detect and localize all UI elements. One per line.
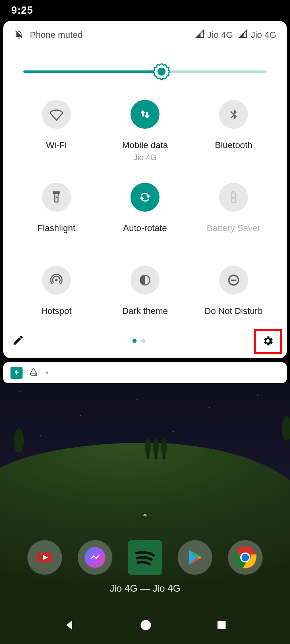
spotify-icon [128,540,162,575]
notification-strip[interactable] [3,362,287,383]
gear-icon [262,335,274,347]
home-screen: Jio 4G — Jio 4G [0,383,290,644]
svg-rect-6 [231,280,236,281]
brightness-thumb[interactable] [153,63,170,80]
youtube-icon [35,547,55,568]
drive-icon [29,367,38,378]
battery-plus-icon[interactable] [219,183,248,212]
wifi-icon[interactable] [42,100,71,129]
more-dot-icon [46,372,48,374]
page-indicator [133,339,145,343]
svg-point-1 [157,68,166,76]
brightness-track-fill [23,70,162,73]
dock-app-youtube[interactable] [27,540,62,575]
status-time: 9:25 [11,4,33,16]
nav-recents-button[interactable] [215,619,228,633]
carrier-label: Jio 4G — Jio 4G [0,583,290,594]
dock-app-chrome[interactable] [228,540,263,575]
usb-icon [10,367,23,379]
tile-flashlight[interactable]: Flashlight [16,183,97,266]
tile-auto-rotate[interactable]: Auto-rotate [105,183,185,266]
chrome-icon [233,545,257,570]
tile-label: Wi-Fi [46,140,66,151]
svg-point-2 [56,196,57,198]
tile-label: Flashlight [37,223,75,233]
quick-settings-panel: Phone muted Jio 4G Jio 4G [3,21,287,358]
data-arrows-icon[interactable] [130,100,160,129]
flashlight-icon[interactable] [42,183,71,212]
bell-off-icon [14,29,24,41]
home-circle-icon [139,618,153,632]
rotate-icon[interactable] [130,183,160,212]
settings-button-highlight [254,329,282,354]
sim1-indicator: Jio 4G [195,29,233,41]
app-drawer-handle[interactable] [140,510,150,521]
edit-button[interactable] [12,334,24,348]
tile-label: Hotspot [41,306,72,316]
dock-app-messenger[interactable] [78,540,112,575]
signal-icon [195,29,204,41]
tile-label: Bluetooth [215,140,253,151]
signal-icon [238,29,247,41]
page-dot-2 [141,339,145,343]
sim2-label: Jio 4G [251,30,276,40]
tile-label: Do Not Disturb [205,306,263,316]
chevron-up-icon [140,510,150,520]
messenger-icon [84,546,106,569]
settings-button[interactable] [262,335,274,349]
back-icon [63,618,77,632]
hotspot-icon[interactable] [42,266,71,295]
tile-wifi[interactable]: Wi-Fi [16,100,97,183]
nav-back-button[interactable] [63,618,77,634]
sim2-indicator: Jio 4G [238,29,276,41]
qs-header-right: Jio 4G Jio 4G [195,29,276,41]
tile-mobile-data[interactable]: Mobile data Jio 4G [105,100,185,183]
tile-battery-saver[interactable]: Battery Saver [193,183,274,266]
dock-app-play-store[interactable] [178,540,212,575]
svg-point-13 [241,554,249,561]
tile-label: Auto-rotate [123,223,167,233]
phone-status-text: Phone muted [30,30,83,40]
quick-settings-tiles: Wi-Fi Mobile data Jio 4G Bluetooth Flash… [12,100,278,349]
page-dot-1 [133,339,137,343]
play-store-icon [185,547,205,568]
nav-home-button[interactable] [139,618,153,634]
sim1-label: Jio 4G [207,30,233,40]
tile-label: Dark theme [122,306,168,316]
half-circle-icon[interactable] [130,266,160,295]
svg-point-3 [55,279,58,281]
bluetooth-icon[interactable] [219,100,248,129]
quick-settings-footer [12,329,278,353]
dnd-icon[interactable] [219,266,248,295]
recents-square-icon [215,619,228,631]
tile-sublabel: Jio 4G [133,153,157,162]
svg-point-14 [141,620,151,630]
status-bar: 9:25 [0,0,290,20]
tile-label: Battery Saver [207,223,260,233]
brightness-slider[interactable] [12,64,278,80]
qs-header-left: Phone muted [14,29,83,41]
svg-rect-15 [218,621,226,629]
tile-bluetooth[interactable]: Bluetooth [193,100,274,183]
dock [0,540,290,575]
navigation-bar [0,608,290,644]
tile-label: Mobile data [122,140,168,151]
quick-settings-header: Phone muted Jio 4G Jio 4G [12,29,278,41]
dock-app-spotify[interactable] [128,540,162,575]
pencil-icon [12,334,24,346]
